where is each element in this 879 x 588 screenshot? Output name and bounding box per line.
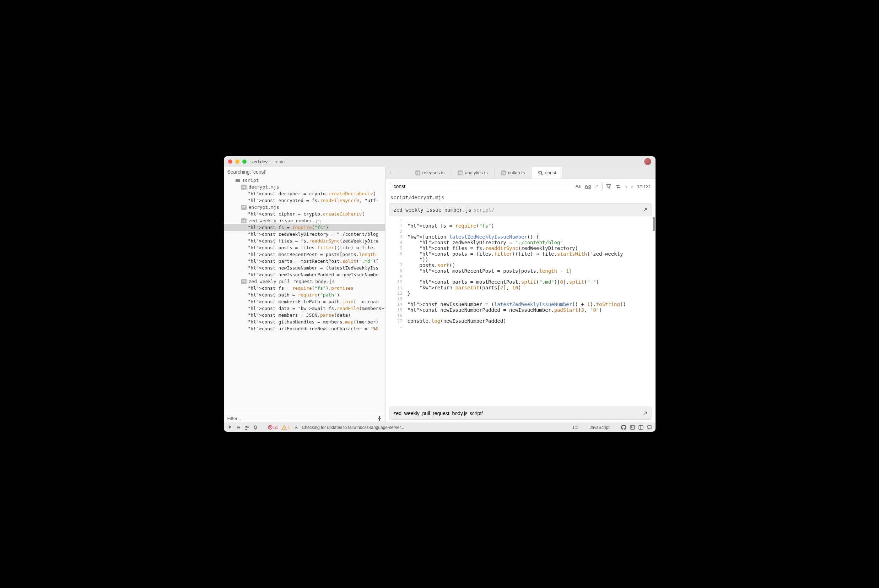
terminal-icon[interactable] <box>630 425 635 430</box>
search-match[interactable]: "hl">const posts = files.filter((file) ⇒… <box>224 244 385 251</box>
search-match[interactable]: "hl">const zedWeeklyDirectory = "./conte… <box>224 231 385 237</box>
expand-icon[interactable]: ↗ <box>643 206 648 213</box>
code-line[interactable]: 10 "hl">const parts = mostRecentPost.spl… <box>386 279 655 285</box>
code-line[interactable]: 3"kw">function latestZedWeeklyIssueNumbe… <box>386 234 655 240</box>
panel-icon[interactable] <box>639 425 643 430</box>
file-entry[interactable]: JSdecrypt.mjs <box>224 184 385 190</box>
code-line[interactable]: 14"hl">const newIssueNumber = (latestZed… <box>386 302 655 307</box>
search-options: Aa wd .* <box>575 184 599 189</box>
code-line[interactable]: 6 "hl">const posts = files.filter((file)… <box>386 251 655 257</box>
feedback-icon[interactable] <box>647 425 652 430</box>
git-branch[interactable]: main <box>275 159 285 164</box>
case-sensitive-toggle[interactable]: Aa <box>575 184 581 189</box>
file-name: encrypt.mjs <box>249 204 279 210</box>
search-match[interactable]: "hl">const newIssueNumber = (latestZedWe… <box>224 264 385 271</box>
tab-label: releases.ts <box>422 170 445 176</box>
scrollbar[interactable] <box>652 216 655 405</box>
tab-analytics[interactable]: TS analytics.ts <box>451 167 494 178</box>
maximize-window-button[interactable] <box>242 159 246 164</box>
outline-icon[interactable] <box>236 425 241 430</box>
code-line[interactable]: 4 "hl">const zedWeeklyDirectory = "./con… <box>386 240 655 245</box>
collab-icon[interactable] <box>245 425 249 430</box>
code-line[interactable]: 13 <box>386 296 655 302</box>
code-line[interactable]: 12} <box>386 291 655 296</box>
code-content: "kw">return parseInt(parts[2], 10) <box>407 285 655 291</box>
code-line[interactable]: 16 <box>386 313 655 318</box>
code-line[interactable]: 17console.log(newIssueNumberPadded) <box>386 318 655 324</box>
search-match[interactable]: "hl">const membersFilePath = path.join(_… <box>224 298 385 305</box>
github-icon[interactable] <box>621 424 627 430</box>
code-line[interactable]: 11 "kw">return parseInt(parts[2], 10) <box>386 285 655 291</box>
scrollbar-thumb[interactable] <box>653 217 655 231</box>
search-match[interactable]: "hl">const fs = require("fs") <box>224 224 385 231</box>
next-match-button[interactable]: › <box>631 184 633 189</box>
tab-search[interactable]: const <box>532 167 563 178</box>
titlebar: zed.dev main <box>224 156 655 167</box>
replace-toggle-icon[interactable] <box>615 184 621 189</box>
nav-back-button[interactable]: ← <box>389 170 395 176</box>
search-match[interactable]: "hl">const decipher = crypto.createDecip… <box>224 190 385 197</box>
language-mode[interactable]: JavaScript <box>589 425 609 430</box>
code-view[interactable]: ↑1"hl">const fs = require("fs")23"kw">fu… <box>386 216 655 405</box>
tab-collab[interactable]: TS collab.ts <box>494 167 532 178</box>
search-match[interactable]: "hl">const mostRecentPost = posts[posts.… <box>224 251 385 258</box>
search-match[interactable]: "hl">const files = fs.readdirSync(zedWee… <box>224 237 385 244</box>
search-results-list[interactable]: script JSdecrypt.mjs"hl">const decipher … <box>224 177 385 414</box>
nav-forward-button[interactable]: → <box>400 170 406 176</box>
folder-entry[interactable]: script <box>224 177 385 184</box>
search-match[interactable]: "hl">const encrypted = fs.readFileSync(0… <box>224 197 385 204</box>
expand-icon[interactable]: ↗ <box>643 410 648 417</box>
main-content: Searching: 'const' script JSdecrypt.mjs"… <box>224 167 655 423</box>
prev-match-button[interactable]: ‹ <box>625 184 627 189</box>
search-match[interactable]: "hl">const urlEncodedLineNewlineCharacte… <box>224 325 385 332</box>
ai-icon[interactable] <box>227 425 232 430</box>
file-entry[interactable]: JSencrypt.mjs <box>224 204 385 210</box>
editor-window: zed.dev main Searching: 'const' script J… <box>224 156 655 432</box>
search-match[interactable]: "hl">const path = require("path") <box>224 291 385 298</box>
breadcrumb[interactable]: script/decrypt.mjs <box>386 194 655 203</box>
search-match[interactable]: "hl">const fs = require("fs").promises <box>224 285 385 291</box>
search-match[interactable]: "hl">const data = "kw">await fs.readFile… <box>224 305 385 312</box>
code-line[interactable]: 2 <box>386 229 655 234</box>
filter-input[interactable] <box>227 416 377 421</box>
result-file-header[interactable]: zed_weekly_issue_number.js script/ ↗ <box>389 203 652 216</box>
result-file-header[interactable]: zed_weekly_pull_request_body.js script/ … <box>389 406 652 420</box>
search-match[interactable]: "hl">const members = JSON.parse(data) <box>224 312 385 318</box>
code-line[interactable]: 5 "hl">const files = fs.readdirSync(zedW… <box>386 245 655 251</box>
code-line[interactable]: 9 <box>386 274 655 279</box>
code-content: "hl">const mostRecentPost = posts[posts.… <box>407 268 655 274</box>
filter-icon[interactable] <box>606 184 611 189</box>
code-content: "hl">const parts = mostRecentPost.split(… <box>407 279 655 285</box>
svg-rect-7 <box>630 425 634 429</box>
close-window-button[interactable] <box>228 159 232 164</box>
ts-icon: TS <box>501 170 506 176</box>
download-icon[interactable] <box>294 425 299 430</box>
file-entry[interactable]: JSzed_weekly_issue_number.js <box>224 217 385 224</box>
search-match[interactable]: "hl">const githubHandles = members.map((… <box>224 318 385 325</box>
file-entry[interactable]: JSzed_weekly_pull_request_body.js <box>224 278 385 285</box>
code-line[interactable]: ↓ <box>386 324 655 329</box>
warning-count[interactable]: 1 <box>282 425 290 430</box>
search-query-input[interactable] <box>394 184 572 189</box>
code-line[interactable]: ")) <box>386 257 655 262</box>
error-count[interactable]: 51 <box>268 425 278 430</box>
user-avatar[interactable] <box>644 158 651 165</box>
notifications-icon[interactable] <box>253 425 258 430</box>
code-content: posts.sort() <box>407 262 655 268</box>
search-match[interactable]: "hl">const parts = mostRecentPost.split(… <box>224 258 385 264</box>
code-line[interactable]: ↑ <box>386 218 655 223</box>
code-line[interactable]: 8 "hl">const mostRecentPost = posts[post… <box>386 268 655 274</box>
cursor-position[interactable]: 1:1 <box>572 425 578 430</box>
whole-word-toggle[interactable]: wd <box>584 184 592 189</box>
js-icon: JS <box>241 184 246 190</box>
search-match[interactable]: "hl">const cipher = crypto.createCipheri… <box>224 210 385 217</box>
line-number: ↑ <box>386 218 407 223</box>
code-line[interactable]: 7 posts.sort() <box>386 262 655 268</box>
code-line[interactable]: 15"hl">const newIssueNumberPadded = newI… <box>386 307 655 313</box>
pin-icon[interactable] <box>377 416 382 421</box>
regex-toggle[interactable]: .* <box>594 184 599 189</box>
tab-releases[interactable]: TS releases.ts <box>409 167 452 178</box>
search-match[interactable]: "hl">const newIssueNumberPadded = newIss… <box>224 271 385 278</box>
code-line[interactable]: 1"hl">const fs = require("fs") <box>386 223 655 229</box>
minimize-window-button[interactable] <box>235 159 239 164</box>
